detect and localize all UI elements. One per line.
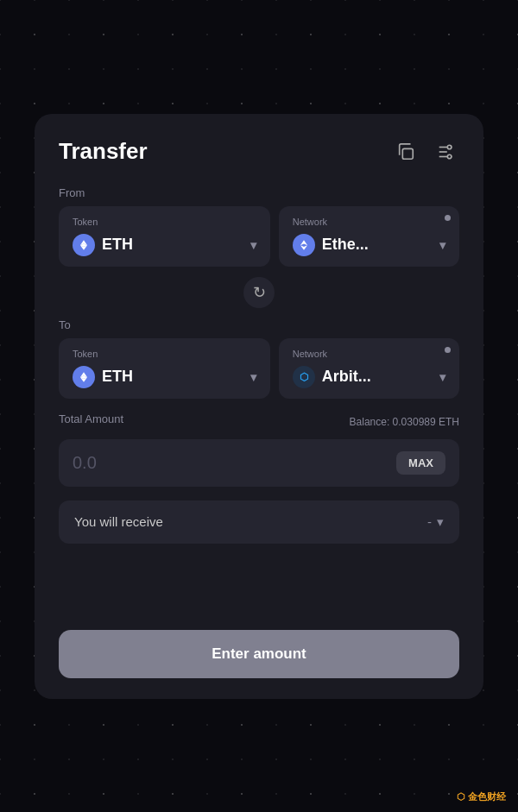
from-network-chevron: ▾	[439, 238, 445, 252]
from-token-label: Token	[73, 217, 256, 227]
watermark: ⬡ 金色财经	[457, 790, 506, 803]
svg-rect-0	[402, 148, 413, 159]
receive-label: You will receive	[74, 514, 163, 529]
to-token-label: Token	[73, 349, 256, 359]
eth-icon-from	[73, 234, 95, 256]
eth-network-icon	[293, 234, 315, 256]
from-network-dot	[445, 215, 451, 221]
receive-right: - ▾	[427, 514, 444, 530]
settings-icon[interactable]	[432, 138, 459, 166]
arbitrum-icon: ⬡	[293, 366, 315, 388]
receive-value: -	[427, 514, 432, 529]
to-label: To	[59, 318, 459, 331]
enter-amount-button[interactable]: Enter amount	[59, 630, 459, 678]
svg-point-5	[447, 154, 452, 159]
swap-button[interactable]: ↻	[243, 277, 275, 308]
svg-marker-12	[304, 240, 307, 245]
to-network-dot	[445, 347, 451, 353]
to-network-chevron: ▾	[439, 370, 445, 384]
to-token-chevron: ▾	[250, 370, 256, 384]
svg-marker-13	[300, 240, 304, 245]
to-token-selector[interactable]: Token ETH ▾	[59, 338, 270, 399]
to-token-value: ETH ▾	[73, 366, 256, 388]
from-row: Token ETH ▾	[59, 206, 459, 267]
amount-placeholder: 0.0	[73, 453, 97, 473]
copy-icon[interactable]	[392, 138, 420, 166]
from-network-label: Network	[293, 217, 445, 227]
to-network-selector[interactable]: Network ⬡ Arbit... ▾	[279, 338, 459, 399]
max-button[interactable]: MAX	[396, 451, 445, 475]
amount-header: Total Amount Balance: 0.030989 ETH	[59, 412, 459, 432]
header-icons	[392, 138, 459, 166]
svg-marker-15	[300, 245, 304, 250]
balance-display: Balance: 0.030989 ETH	[350, 416, 459, 428]
from-token-selector[interactable]: Token ETH ▾	[59, 206, 270, 267]
svg-point-4	[447, 145, 452, 149]
to-network-value: ⬡ Arbit... ▾	[293, 366, 445, 388]
from-network-value: Ethe... ▾	[293, 234, 445, 256]
amount-section: Total Amount Balance: 0.030989 ETH 0.0 M…	[59, 412, 459, 487]
eth-icon-to	[73, 366, 95, 388]
receive-chevron: ▾	[437, 514, 444, 530]
from-label: From	[59, 186, 459, 199]
to-network-label: Network	[293, 349, 445, 359]
from-network-selector[interactable]: Network Ethe... ▾	[279, 206, 459, 267]
receive-section[interactable]: You will receive - ▾	[59, 500, 459, 544]
from-section: From Token ETH	[59, 186, 459, 267]
from-token-chevron: ▾	[250, 238, 256, 252]
transfer-card: Transfer From T	[35, 114, 483, 699]
svg-marker-14	[304, 245, 307, 250]
amount-label: Total Amount	[59, 412, 123, 425]
from-token-value: ETH ▾	[73, 234, 256, 256]
to-section: To Token ETH	[59, 318, 459, 399]
to-row: Token ETH ▾	[59, 338, 459, 399]
watermark-icon: ⬡	[457, 791, 465, 802]
page-title: Transfer	[59, 138, 148, 165]
amount-input-box: 0.0 MAX	[59, 439, 459, 487]
card-header: Transfer	[59, 138, 459, 166]
swap-wrapper: ↻	[59, 277, 459, 308]
